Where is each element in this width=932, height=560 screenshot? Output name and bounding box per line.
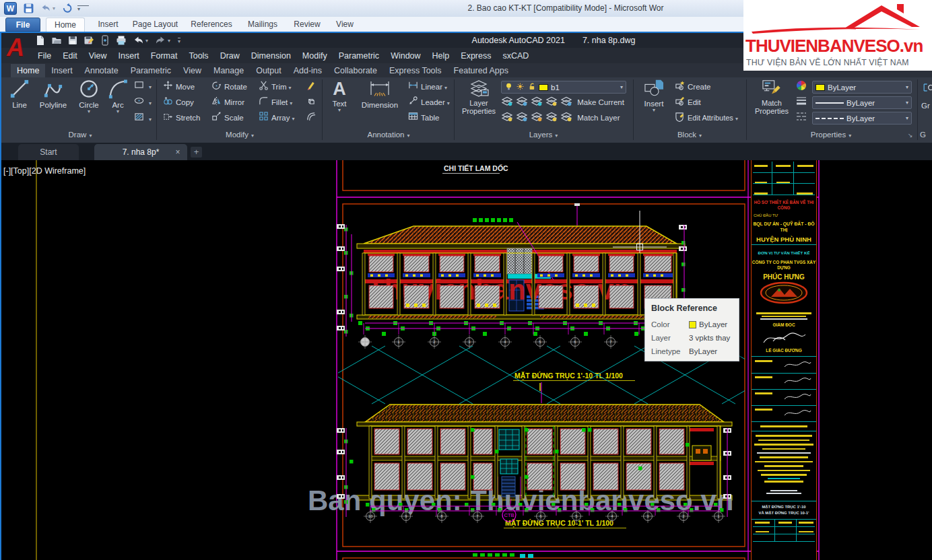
ribbon-tab-express-tools[interactable]: Express Tools <box>383 64 448 77</box>
menu-sxcad[interactable]: sxCAD <box>502 51 529 61</box>
arc-button[interactable]: Arc▾ <box>105 79 131 114</box>
array-button[interactable]: Array▾ <box>259 111 295 125</box>
lineweight-combo[interactable]: ByLayer▾ <box>812 96 912 109</box>
layer-tools-row1[interactable]: Make Current <box>501 96 624 109</box>
leader-button[interactable]: Leader▾ <box>408 96 450 109</box>
erase-button[interactable] <box>306 80 319 94</box>
close-tab-icon[interactable]: × <box>171 144 185 160</box>
stretch-button[interactable]: Stretch <box>163 111 200 125</box>
redo-icon[interactable] <box>155 35 166 46</box>
circle-button[interactable]: Circle▾ <box>74 79 104 114</box>
rectangle-button[interactable]: ▾ <box>134 79 152 93</box>
move-button[interactable]: Move <box>163 80 195 94</box>
offset-button[interactable] <box>306 111 319 125</box>
menu-help[interactable]: Help <box>432 51 450 61</box>
color-combo[interactable]: ByLayer▾ <box>812 81 912 94</box>
drawing-canvas[interactable]: CHI TIẾT LAM DỐC <box>1 160 932 560</box>
hatch-button[interactable]: ▾ <box>134 112 152 125</box>
word-tab-view[interactable]: View <box>328 18 362 32</box>
lineweight-button[interactable] <box>796 96 809 109</box>
word-qat-menu-icon[interactable]: ▾ <box>77 5 89 17</box>
menu-file[interactable]: File <box>38 51 51 61</box>
open-from-mobile-icon[interactable] <box>100 35 110 46</box>
word-tab-references[interactable]: References <box>184 18 239 32</box>
scale-button[interactable]: Scale <box>211 111 244 125</box>
word-tab-home[interactable]: Home <box>46 18 85 32</box>
word-tab-mailings[interactable]: Mailings <box>239 18 286 32</box>
create-block-button[interactable]: Create <box>675 80 711 94</box>
redo-caret-icon[interactable]: ▾ <box>168 38 170 44</box>
ellipse-button[interactable]: ▾ <box>134 96 152 109</box>
layer-properties-button[interactable]: Layer Properties <box>459 79 498 115</box>
match-properties-button[interactable]: Match Properties <box>750 79 793 115</box>
mirror-button[interactable]: Mirror <box>211 96 244 109</box>
menu-parametric[interactable]: Parametric <box>339 51 379 61</box>
draw-panel-label[interactable]: Draw▾ <box>5 131 155 141</box>
edit-block-button[interactable]: Edit <box>675 96 701 109</box>
layer-tools-row2[interactable]: Match Layer <box>501 111 620 125</box>
word-redo-icon[interactable] <box>62 3 73 14</box>
ribbon-tab-collaborate[interactable]: Collaborate <box>328 64 383 77</box>
linetype-combo[interactable]: ByLayer▾ <box>812 112 912 125</box>
menu-view[interactable]: View <box>89 51 107 61</box>
text-button[interactable]: A Text▾ <box>327 79 352 112</box>
insert-block-button[interactable]: Insert▾ <box>637 79 671 112</box>
dimension-button[interactable]: Dimension <box>354 79 405 109</box>
new-tab-button[interactable]: + <box>191 147 202 158</box>
color-wheel-button[interactable] <box>796 80 809 94</box>
word-tab-review[interactable]: Review <box>286 18 328 32</box>
undo-icon[interactable] <box>133 35 144 46</box>
layers-panel-label[interactable]: Layers▾ <box>457 131 630 141</box>
word-tab-insert[interactable]: Insert <box>90 18 127 32</box>
linear-button[interactable]: Linear▾ <box>408 80 447 94</box>
undo-caret-icon[interactable]: ▾ <box>145 38 148 44</box>
ribbon-tab-annotate[interactable]: Annotate <box>79 64 125 77</box>
menu-dimension[interactable]: Dimension <box>251 51 291 61</box>
tab-start[interactable]: Start <box>18 144 79 160</box>
modify-panel-label[interactable]: Modify▾ <box>159 131 321 141</box>
autocad-logo-icon[interactable]: A <box>7 34 30 61</box>
annotation-panel-label[interactable]: Annotation▾ <box>325 131 453 141</box>
linetype-button[interactable] <box>796 111 809 125</box>
viewport-controls-label[interactable]: [-][Top][2D Wireframe] <box>3 166 86 176</box>
explode-button[interactable] <box>306 96 319 109</box>
polyline-button[interactable]: Polyline <box>34 79 73 109</box>
table-button[interactable]: Table <box>408 111 440 125</box>
line-button[interactable]: Line <box>7 79 32 109</box>
fillet-button[interactable]: Fillet▾ <box>259 96 292 109</box>
layer-combo[interactable]: b1 ▾ <box>501 81 626 94</box>
ribbon-tab-insert[interactable]: Insert <box>45 64 78 77</box>
save-as-icon[interactable] <box>84 35 94 46</box>
properties-panel-label[interactable]: Properties▾ <box>749 131 913 141</box>
ribbon-tab-add-ins[interactable]: Add-ins <box>288 64 328 77</box>
properties-dialog-launcher[interactable]: ↘ <box>908 129 913 142</box>
menu-modify[interactable]: Modify <box>302 51 327 61</box>
rotate-button[interactable]: Rotate <box>211 80 247 94</box>
menu-format[interactable]: Format <box>151 51 178 61</box>
menu-insert[interactable]: Insert <box>119 51 139 61</box>
open-file-icon[interactable] <box>51 35 62 46</box>
block-panel-label[interactable]: Block▾ <box>636 131 743 141</box>
qat-customize-icon[interactable]: ▾ <box>178 38 180 44</box>
word-tab-file[interactable]: File <box>5 18 40 32</box>
ribbon-tab-output[interactable]: Output <box>250 64 288 77</box>
menu-window[interactable]: Window <box>391 51 420 61</box>
menu-tools[interactable]: Tools <box>189 51 208 61</box>
ribbon-tab-home[interactable]: Home <box>11 64 45 77</box>
word-tab-page-layout[interactable]: Page Layout <box>127 18 184 32</box>
trim-button[interactable]: Trim▾ <box>259 80 292 94</box>
ribbon-tab-parametric[interactable]: Parametric <box>125 64 177 77</box>
plot-icon[interactable] <box>116 35 127 46</box>
new-file-icon[interactable] <box>35 35 46 46</box>
menu-express[interactable]: Express <box>461 51 491 61</box>
ribbon-tab-view[interactable]: View <box>177 64 207 77</box>
word-app-icon[interactable]: W <box>4 2 17 15</box>
edit-attributes-button[interactable]: Edit Attributes▾ <box>675 111 738 125</box>
menu-edit[interactable]: Edit <box>63 51 77 61</box>
save-icon[interactable] <box>67 35 78 46</box>
copy-button[interactable]: Copy <box>163 96 194 109</box>
word-undo-icon[interactable] <box>40 3 52 14</box>
menu-draw[interactable]: Draw <box>220 51 240 61</box>
groups-icon[interactable] <box>923 81 932 95</box>
ribbon-tab-manage[interactable]: Manage <box>207 64 250 77</box>
